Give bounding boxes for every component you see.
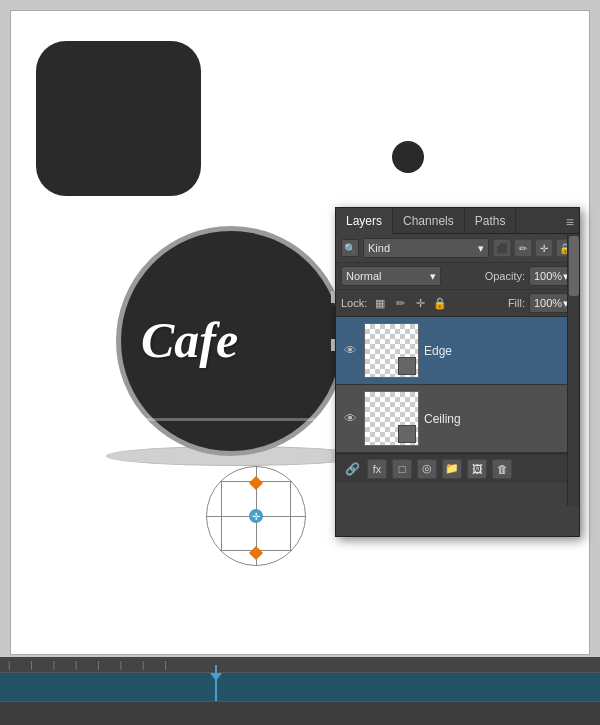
- timeline-bottom-bar: [0, 701, 600, 725]
- layer-thumb-edge: [364, 323, 419, 378]
- layer-row-edge[interactable]: 👁 Edge: [336, 317, 579, 385]
- new-layer-button[interactable]: 🖼: [467, 459, 487, 479]
- lock-brush-icon[interactable]: ✏: [392, 295, 408, 311]
- move-arrows-icon: ✛: [252, 511, 260, 522]
- search-icon-btn[interactable]: 🔍: [341, 239, 359, 257]
- layer-mask-ceiling: [398, 425, 416, 443]
- group-layers-button[interactable]: 📁: [442, 459, 462, 479]
- ruler-marker-4: |: [75, 660, 77, 670]
- ruler-marker-3: |: [53, 660, 55, 670]
- blend-mode-arrow: ▾: [430, 270, 436, 283]
- lock-move-icon[interactable]: ✛: [412, 295, 428, 311]
- filter-icon-2[interactable]: ✏: [514, 239, 532, 257]
- blend-row: Normal ▾ Opacity: 100% ▾: [336, 263, 579, 290]
- fx-button[interactable]: fx: [367, 459, 387, 479]
- cup-line: [141, 418, 321, 421]
- lock-row: Lock: ▦ ✏ ✛ 🔒 Fill: 100% ▾: [336, 290, 579, 317]
- panel-menu-icon[interactable]: ≡: [566, 214, 574, 230]
- layers-panel: Layers Channels Paths ≡ 🔍 Kind ▾ ⬛ ✏ ✛ 🔒…: [335, 207, 580, 537]
- timeline-playhead[interactable]: [215, 665, 217, 701]
- blend-mode-label: Normal: [346, 270, 381, 282]
- layer-eye-edge[interactable]: 👁: [341, 342, 359, 360]
- filter-icon-3[interactable]: ✛: [535, 239, 553, 257]
- search-row: 🔍 Kind ▾ ⬛ ✏ ✛ 🔒: [336, 234, 579, 263]
- kind-dropdown-arrow: ▾: [478, 242, 484, 255]
- layer-name-edge: Edge: [424, 344, 574, 358]
- layer-eye-ceiling[interactable]: 👁: [341, 410, 359, 428]
- timeline-ruler: | | | | | | | |: [0, 657, 600, 673]
- timeline-selected-range: [0, 673, 600, 701]
- link-icon[interactable]: 🔗: [342, 459, 362, 479]
- timeline-area: | | | | | | | |: [0, 657, 600, 725]
- layer-mask-edge: [398, 357, 416, 375]
- large-circle: Cafe: [121, 231, 341, 451]
- new-fill-layer-button[interactable]: □: [392, 459, 412, 479]
- kind-label: Kind: [368, 242, 390, 254]
- ruler-marker-8: |: [164, 660, 166, 670]
- panel-tabs: Layers Channels Paths ≡: [336, 208, 579, 234]
- layers-list: 👁 Edge 👁 Ceiling: [336, 317, 579, 453]
- layer-thumb-ceiling: [364, 391, 419, 446]
- fill-label: Fill:: [508, 297, 525, 309]
- lock-label: Lock:: [341, 297, 367, 309]
- panel-scrollbar[interactable]: [567, 234, 579, 506]
- timeline-track[interactable]: [0, 673, 600, 701]
- delete-layer-button[interactable]: 🗑: [492, 459, 512, 479]
- scrollbar-thumb[interactable]: [569, 236, 579, 296]
- ruler-marker-7: |: [142, 660, 144, 670]
- layer-name-ceiling: Ceiling: [424, 412, 574, 426]
- search-icon: 🔍: [344, 243, 356, 254]
- adjustment-layer-button[interactable]: ◎: [417, 459, 437, 479]
- layer-row-ceiling[interactable]: 👁 Ceiling: [336, 385, 579, 453]
- tab-channels[interactable]: Channels: [393, 208, 465, 233]
- cafe-text: Cafe: [141, 311, 238, 369]
- ruler-marker-6: |: [120, 660, 122, 670]
- opacity-row: Opacity: 100% ▾: [485, 266, 574, 286]
- small-circle: [392, 141, 424, 173]
- fill-number: 100%: [534, 297, 562, 309]
- kind-dropdown[interactable]: Kind ▾: [363, 238, 489, 258]
- fill-row: Fill: 100% ▾: [508, 293, 574, 313]
- blend-mode-dropdown[interactable]: Normal ▾: [341, 266, 441, 286]
- opacity-label: Opacity:: [485, 270, 525, 282]
- lock-checkerboard-icon[interactable]: ▦: [372, 295, 388, 311]
- filter-icons: ⬛ ✏ ✛ 🔒: [493, 239, 574, 257]
- filter-icon-1[interactable]: ⬛: [493, 239, 511, 257]
- ruler-marker-5: |: [97, 660, 99, 670]
- rounded-square: [36, 41, 201, 196]
- ruler-marker-1: |: [8, 660, 10, 670]
- panel-bottom: 🔗 fx □ ◎ 📁 🖼 🗑: [336, 453, 579, 483]
- tab-layers[interactable]: Layers: [336, 208, 393, 234]
- gizmo-arrow-center[interactable]: ✛: [249, 509, 263, 523]
- tab-paths[interactable]: Paths: [465, 208, 517, 233]
- lock-icons: ▦ ✏ ✛ 🔒: [372, 295, 448, 311]
- opacity-number: 100%: [534, 270, 562, 282]
- transform-gizmo[interactable]: ✛: [206, 466, 306, 566]
- lock-all-icon[interactable]: 🔒: [432, 295, 448, 311]
- ruler-marker-2: |: [30, 660, 32, 670]
